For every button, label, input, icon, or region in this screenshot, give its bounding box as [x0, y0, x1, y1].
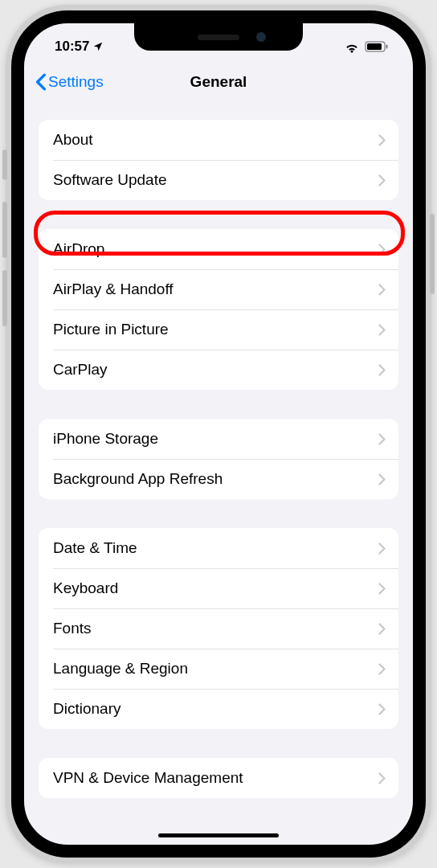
- row-label: AirPlay & Handoff: [53, 280, 174, 298]
- row-airdrop[interactable]: AirDrop: [39, 229, 398, 269]
- row-label: iPhone Storage: [53, 430, 158, 448]
- row-airplay-handoff[interactable]: AirPlay & Handoff: [39, 269, 398, 309]
- row-label: Fonts: [53, 620, 92, 637]
- navigation-bar: Settings General: [24, 62, 413, 102]
- status-time: 10:57: [55, 39, 89, 55]
- row-vpn-device-management[interactable]: VPN & Device Management: [39, 758, 398, 798]
- chevron-right-icon: [378, 772, 386, 784]
- row-label: Software Update: [53, 171, 167, 189]
- side-button: [430, 214, 435, 294]
- chevron-left-icon: [35, 73, 47, 91]
- back-button[interactable]: Settings: [35, 73, 104, 91]
- chevron-right-icon: [378, 542, 386, 555]
- chevron-right-icon: [378, 583, 386, 595]
- row-label: Picture in Picture: [53, 321, 169, 338]
- phone-frame: 10:57: [6, 5, 431, 863]
- chevron-right-icon: [378, 703, 386, 715]
- row-carplay[interactable]: CarPlay: [39, 350, 398, 390]
- settings-group-1: AirDrop AirPlay & Handoff Picture in Pic…: [39, 229, 398, 390]
- battery-icon: [365, 41, 389, 52]
- chevron-right-icon: [378, 324, 386, 336]
- row-keyboard[interactable]: Keyboard: [39, 568, 398, 608]
- row-label: About: [53, 131, 93, 149]
- home-indicator[interactable]: [158, 833, 279, 837]
- row-language-region[interactable]: Language & Region: [39, 649, 398, 689]
- back-label: Settings: [48, 73, 104, 91]
- volume-down-button: [2, 270, 7, 326]
- chevron-right-icon: [378, 174, 386, 186]
- chevron-right-icon: [378, 623, 386, 635]
- phone-bezel: 10:57: [11, 10, 426, 858]
- settings-group-2: iPhone Storage Background App Refresh: [39, 419, 398, 499]
- chevron-right-icon: [378, 364, 386, 376]
- chevron-right-icon: [378, 244, 386, 256]
- chevron-right-icon: [378, 284, 386, 296]
- screen: 10:57: [24, 23, 413, 845]
- settings-group-0: About Software Update: [39, 120, 398, 200]
- settings-group-3: Date & Time Keyboard Fonts Language & Re…: [39, 528, 398, 729]
- row-picture-in-picture[interactable]: Picture in Picture: [39, 309, 398, 350]
- row-background-app-refresh[interactable]: Background App Refresh: [39, 459, 398, 499]
- svg-rect-2: [386, 45, 388, 49]
- row-software-update[interactable]: Software Update: [39, 160, 398, 200]
- row-label: Dictionary: [53, 700, 120, 718]
- notch: [134, 23, 303, 51]
- chevron-right-icon: [378, 433, 386, 445]
- row-label: AirDrop: [53, 240, 104, 258]
- wifi-icon: [344, 41, 360, 53]
- volume-up-button: [2, 202, 7, 258]
- front-camera: [256, 32, 266, 42]
- row-about[interactable]: About: [39, 120, 398, 160]
- row-dictionary[interactable]: Dictionary: [39, 689, 398, 729]
- speaker-grille: [198, 35, 239, 40]
- row-label: Date & Time: [53, 539, 137, 557]
- row-iphone-storage[interactable]: iPhone Storage: [39, 419, 398, 459]
- row-date-time[interactable]: Date & Time: [39, 528, 398, 568]
- settings-content: About Software Update AirDrop: [24, 102, 413, 798]
- mute-switch: [2, 149, 7, 180]
- row-label: VPN & Device Management: [53, 769, 243, 787]
- row-label: Keyboard: [53, 579, 118, 597]
- chevron-right-icon: [378, 473, 386, 485]
- location-arrow-icon: [92, 41, 104, 52]
- settings-group-4: VPN & Device Management: [39, 758, 398, 798]
- page-title: General: [190, 73, 247, 91]
- row-label: Language & Region: [53, 660, 188, 678]
- svg-rect-1: [367, 43, 382, 50]
- row-label: CarPlay: [53, 361, 108, 379]
- row-fonts[interactable]: Fonts: [39, 608, 398, 649]
- chevron-right-icon: [378, 663, 386, 675]
- chevron-right-icon: [378, 134, 386, 146]
- row-label: Background App Refresh: [53, 470, 223, 488]
